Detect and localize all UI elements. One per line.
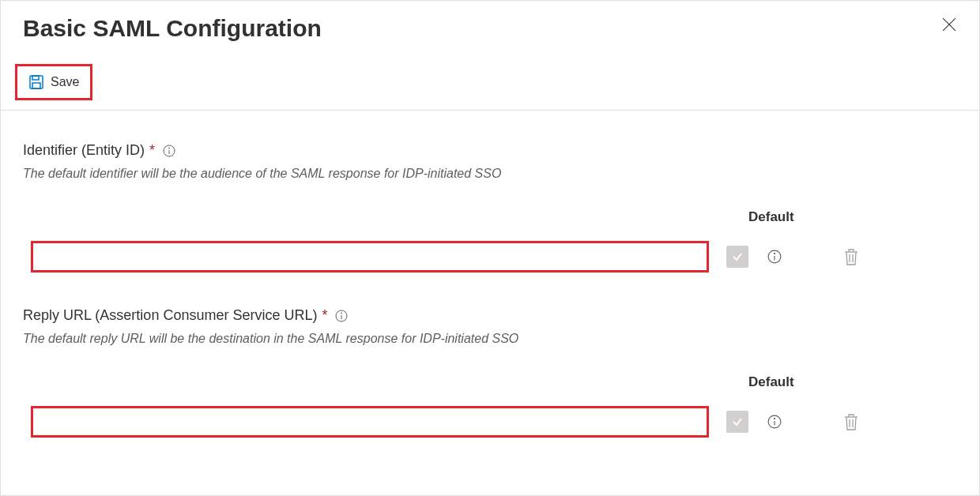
save-button-label: Save	[51, 75, 79, 89]
checkmark-icon	[731, 250, 744, 263]
close-button[interactable]	[941, 17, 957, 32]
close-icon	[942, 17, 956, 32]
identifier-label-text: Identifier (Entity ID)	[23, 142, 145, 159]
save-icon	[28, 74, 44, 90]
svg-point-18	[774, 419, 775, 419]
replyurl-label: Reply URL (Assertion Consumer Service UR…	[23, 307, 957, 324]
replyurl-default-checkbox[interactable]	[726, 411, 748, 433]
info-icon[interactable]	[335, 310, 348, 322]
identifier-default-checkbox[interactable]	[726, 246, 748, 268]
replyurl-default-header: Default	[748, 374, 794, 390]
svg-rect-3	[32, 76, 39, 80]
identifier-description: The default identifier will be the audie…	[23, 167, 957, 181]
svg-point-10	[774, 254, 775, 254]
identifier-label: Identifier (Entity ID) *	[23, 142, 957, 159]
info-icon[interactable]	[163, 145, 175, 157]
replyurl-label-text: Reply URL (Assertion Consumer Service UR…	[23, 307, 317, 324]
svg-point-15	[341, 313, 342, 314]
trash-icon[interactable]	[843, 248, 859, 265]
svg-rect-4	[32, 83, 40, 88]
replyurl-description: The default reply URL will be the destin…	[23, 332, 957, 346]
required-marker: *	[149, 142, 155, 159]
replyurl-input[interactable]	[31, 406, 709, 438]
identifier-input[interactable]	[31, 241, 709, 272]
checkmark-icon	[731, 415, 744, 428]
info-icon[interactable]	[767, 415, 782, 429]
toolbar-divider	[1, 110, 979, 111]
panel-title: Basic SAML Configuration	[23, 15, 322, 42]
identifier-default-header: Default	[748, 209, 794, 225]
svg-point-7	[169, 148, 170, 148]
required-marker: *	[322, 307, 327, 324]
save-button[interactable]: Save	[15, 64, 92, 100]
info-icon[interactable]	[767, 250, 782, 264]
trash-icon[interactable]	[843, 413, 859, 430]
